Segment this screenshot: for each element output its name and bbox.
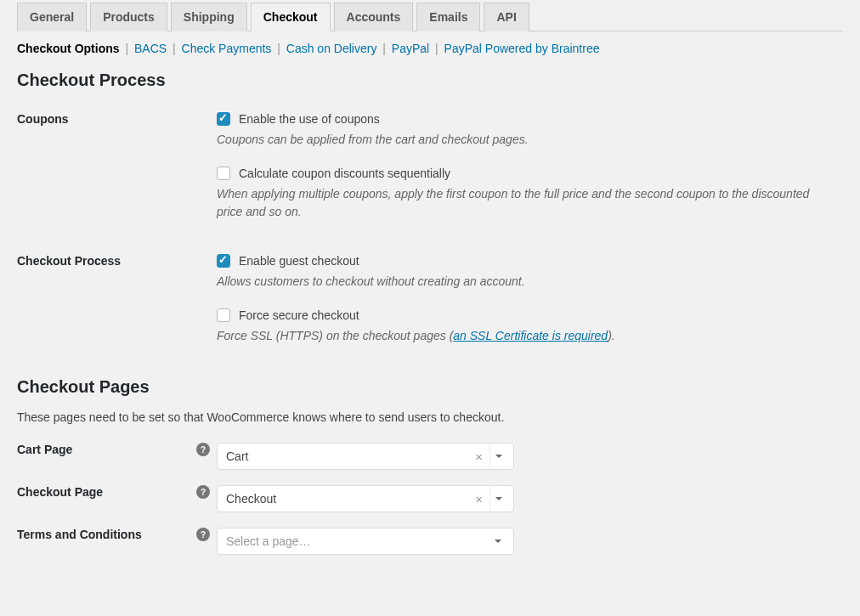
label-cart-page: Cart Page bbox=[17, 443, 72, 456]
subnav-checkout-options[interactable]: Checkout Options bbox=[17, 42, 120, 55]
select-cart-page-value: Cart bbox=[226, 449, 472, 463]
subnav-cash-on-delivery[interactable]: Cash on Delivery bbox=[286, 42, 377, 55]
checkbox-force-secure[interactable] bbox=[217, 308, 230, 322]
help-icon[interactable] bbox=[196, 485, 210, 499]
checkbox-enable-coupons-label: Enable the use of coupons bbox=[239, 112, 380, 126]
tab-products[interactable]: Products bbox=[90, 3, 167, 31]
select-terms-page[interactable]: Select a page… bbox=[217, 528, 514, 555]
checkbox-force-secure-label: Force secure checkout bbox=[239, 308, 359, 322]
help-icon[interactable] bbox=[196, 443, 210, 456]
select-cart-page[interactable]: Cart × bbox=[217, 443, 514, 470]
hint-guest-checkout: Allows customers to checkout without cre… bbox=[217, 273, 812, 291]
section-checkout-process-title: Checkout Process bbox=[17, 71, 843, 90]
tab-api[interactable]: API bbox=[484, 3, 529, 31]
checkbox-sequential-discounts[interactable] bbox=[217, 167, 230, 180]
subnav-paypal[interactable]: PayPal bbox=[392, 42, 429, 55]
hint-enable-coupons: Coupons can be applied from the cart and… bbox=[217, 131, 812, 150]
checkbox-guest-checkout[interactable] bbox=[217, 254, 230, 268]
subnav-bacs[interactable]: BACS bbox=[134, 42, 167, 55]
select-checkout-page[interactable]: Checkout × bbox=[217, 485, 514, 512]
label-terms-conditions: Terms and Conditions bbox=[17, 528, 142, 541]
label-coupons: Coupons bbox=[17, 112, 217, 126]
subnav-check-payments[interactable]: Check Payments bbox=[182, 42, 272, 55]
link-ssl-certificate[interactable]: an SSL Certificate is required bbox=[453, 329, 608, 342]
section-checkout-pages-title: Checkout Pages bbox=[17, 377, 843, 397]
checkbox-sequential-discounts-label: Calculate coupon discounts sequentially bbox=[239, 167, 450, 180]
select-terms-page-value: Select a page… bbox=[226, 534, 486, 548]
help-icon[interactable] bbox=[196, 528, 210, 541]
chevron-down-icon[interactable] bbox=[489, 528, 506, 554]
hint-force-secure: Force SSL (HTTPS) on the checkout pages … bbox=[217, 327, 812, 346]
subnav-paypal-powered-by-braintree[interactable]: PayPal Powered by Braintree bbox=[444, 42, 600, 55]
chevron-down-icon[interactable] bbox=[489, 444, 506, 469]
tab-emails[interactable]: Emails bbox=[416, 3, 480, 31]
clear-icon[interactable]: × bbox=[472, 449, 486, 464]
tab-general[interactable]: General bbox=[17, 3, 87, 31]
tab-accounts[interactable]: Accounts bbox=[334, 3, 414, 31]
chevron-down-icon[interactable] bbox=[489, 486, 506, 511]
settings-tabs: GeneralProductsShippingCheckoutAccountsE… bbox=[17, 0, 843, 31]
label-checkout-page: Checkout Page bbox=[17, 485, 103, 499]
select-checkout-page-value: Checkout bbox=[226, 492, 472, 506]
section-checkout-pages-desc: These pages need to be set so that WooCo… bbox=[17, 410, 843, 424]
hint-sequential-discounts: When applying multiple coupons, apply th… bbox=[217, 185, 812, 222]
checkbox-enable-coupons[interactable] bbox=[217, 112, 230, 126]
clear-icon[interactable]: × bbox=[472, 492, 486, 506]
tab-shipping[interactable]: Shipping bbox=[171, 3, 247, 31]
tab-checkout[interactable]: Checkout bbox=[251, 3, 331, 31]
checkout-subnav: Checkout Options | BACS | Check Payments… bbox=[17, 42, 843, 55]
checkbox-guest-checkout-label: Enable guest checkout bbox=[239, 254, 359, 268]
label-checkout-process: Checkout Process bbox=[17, 254, 217, 268]
